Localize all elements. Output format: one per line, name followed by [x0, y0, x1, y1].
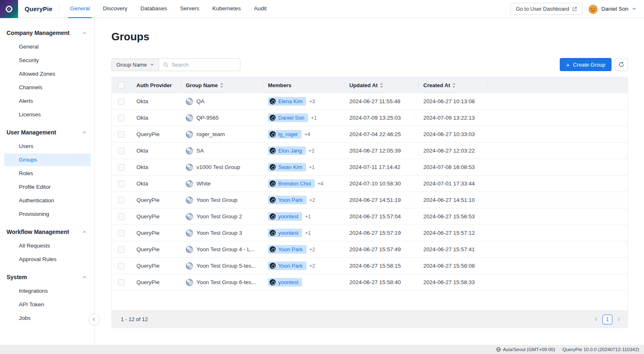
cell-members: Yoon Park +2 — [263, 245, 344, 254]
cell-members: Swan Kim +1 — [263, 163, 344, 171]
table-row[interactable]: QueryPie Yoon Test Group 3 yoontest +1 2… — [112, 224, 628, 241]
member-chip[interactable]: yoontest — [268, 278, 302, 287]
member-chip[interactable]: Yoon Park — [268, 261, 307, 270]
extra-members-count: +4 — [305, 132, 310, 137]
group-avatar-icon — [186, 213, 193, 220]
previous-page-button[interactable] — [594, 317, 598, 322]
row-checkbox[interactable] — [118, 197, 125, 204]
sidebar-item-roles[interactable]: Roles — [4, 167, 91, 180]
table-row[interactable]: Okta SA Elon Jang +2 2024-06-27 12:05:39… — [112, 142, 628, 159]
member-chip[interactable]: Elon Jang — [268, 146, 306, 155]
extra-members-count: +1 — [309, 164, 315, 170]
cell-created-at: 2024-07-09 13:22:13 — [418, 115, 487, 121]
sidebar-item-profile-editor[interactable]: Profile Editor — [4, 180, 91, 193]
cell-auth-provider: QueryPie — [132, 213, 181, 220]
sidebar-item-alerts[interactable]: Alerts — [4, 95, 91, 107]
cell-updated-at: 2024-06-27 15:58:40 — [344, 279, 418, 285]
sidebar-item-jobs[interactable]: Jobs — [4, 312, 91, 324]
member-chip[interactable]: Yoon Park — [268, 196, 307, 204]
member-chip[interactable]: yoontest — [268, 212, 302, 221]
sidebar-item-authentication[interactable]: Authentication — [4, 194, 91, 207]
create-group-button[interactable]: + Create Group — [560, 58, 612, 71]
page-number-button[interactable]: 1 — [602, 315, 612, 324]
search-field-label: Group Name — [116, 62, 147, 68]
chevron-right-icon — [616, 317, 621, 322]
top-nav-tab-servers[interactable]: Servers — [178, 0, 201, 18]
column-header-created-at[interactable]: Created At — [418, 82, 487, 88]
table-row[interactable]: QueryPie Yoon Test Group 2 yoontest +1 2… — [112, 208, 628, 224]
sidebar-item-groups[interactable]: Groups — [4, 153, 91, 166]
sidebar-item-allowed-zones[interactable]: Allowed Zones — [4, 67, 91, 80]
sidebar-item-users[interactable]: Users — [4, 140, 91, 153]
row-checkbox[interactable] — [118, 131, 125, 138]
member-chip[interactable]: Swan Kim — [268, 163, 306, 171]
member-chip[interactable]: Elena Kim — [268, 97, 306, 106]
top-nav-tab-discovery[interactable]: Discovery — [102, 0, 129, 18]
go-to-user-dashboard-button[interactable]: Go to User Dashboard — [510, 3, 582, 15]
table-row[interactable]: Okta QA Elena Kim +3 2024-06-27 11:55:48… — [112, 93, 628, 109]
member-chip[interactable]: yoontest — [268, 229, 302, 237]
row-checkbox[interactable] — [118, 180, 125, 187]
sidebar-item-general[interactable]: General — [4, 40, 91, 53]
row-checkbox[interactable] — [118, 98, 125, 105]
column-header-group-name[interactable]: Group Name — [181, 82, 263, 88]
sidebar-section-title[interactable]: User Management — [0, 127, 94, 140]
select-all-checkbox[interactable] — [118, 82, 125, 88]
cell-auth-provider: Okta — [132, 115, 181, 121]
sidebar-item-approval-rules[interactable]: Approval Rules — [4, 253, 91, 266]
row-checkbox[interactable] — [118, 246, 125, 253]
next-page-button[interactable] — [616, 317, 621, 322]
sidebar-item-security[interactable]: Security — [4, 54, 91, 67]
top-nav-tab-kubernetes[interactable]: Kubernetes — [211, 0, 242, 18]
row-checkbox[interactable] — [118, 148, 125, 154]
sidebar-item-integrations[interactable]: Integrations — [4, 285, 91, 297]
querypie-logo-icon[interactable] — [0, 0, 18, 18]
member-avatar-icon — [270, 164, 276, 170]
table-row[interactable]: QueryPie Yoon Test Group Yoon Park +2 20… — [112, 192, 628, 208]
sidebar-item-channels[interactable]: Channels — [4, 81, 91, 94]
row-checkbox[interactable] — [118, 213, 125, 220]
cell-group-name: Yoon Test Group 4 - L... — [181, 246, 263, 253]
member-chip[interactable]: Yoon Park — [268, 245, 307, 254]
sidebar-item-api-token[interactable]: API Token — [4, 298, 91, 311]
row-checkbox[interactable] — [118, 115, 125, 121]
sidebar-item-all-requests[interactable]: All Requests — [4, 239, 91, 252]
cell-created-at: 2024-06-27 15:57:41 — [418, 246, 487, 252]
row-checkbox[interactable] — [118, 164, 125, 171]
table-row[interactable]: Okta White Brendon Choi +4 2024-07-10 10… — [112, 175, 628, 192]
table-row[interactable]: QueryPie Yoon Test Group 4 - L... Yoon P… — [112, 241, 628, 257]
top-nav-tab-audit[interactable]: Audit — [252, 0, 268, 18]
row-checkbox[interactable] — [118, 279, 125, 286]
group-avatar-icon — [186, 197, 193, 204]
cell-members: Yoon Park +2 — [263, 261, 344, 270]
sidebar-item-licenses[interactable]: Licenses — [4, 108, 91, 121]
cell-auth-provider: Okta — [132, 148, 181, 154]
row-checkbox[interactable] — [118, 230, 125, 236]
member-chip[interactable]: lg_roger — [268, 130, 302, 139]
sidebar-collapse-button[interactable] — [88, 314, 100, 325]
row-checkbox[interactable] — [118, 263, 125, 269]
member-chip[interactable]: Brendon Choi — [268, 179, 315, 188]
sidebar-section-title[interactable]: System — [0, 271, 94, 285]
group-avatar-icon — [186, 114, 193, 122]
sidebar-section-title[interactable]: Workflow Management — [0, 226, 94, 239]
group-avatar-icon — [186, 279, 193, 286]
table-row[interactable]: QueryPie roger_team lg_roger +4 2024-07-… — [112, 126, 628, 142]
user-menu[interactable]: Daniel Son — [588, 4, 637, 14]
column-header-updated-at[interactable]: Updated At — [344, 82, 418, 88]
table-row[interactable]: Okta QP-9565 Daniel Son +1 2024-07-09 13… — [112, 109, 628, 126]
search-input[interactable] — [171, 62, 236, 68]
column-header-auth-provider: Auth Provider — [132, 82, 181, 88]
cell-updated-at: 2024-06-27 15:57:04 — [344, 213, 418, 220]
member-chip[interactable]: Daniel Son — [268, 113, 308, 122]
top-nav-tab-general[interactable]: General — [68, 0, 91, 18]
top-nav-tab-databases[interactable]: Databases — [139, 0, 169, 18]
search-field-selector[interactable]: Group Name — [111, 58, 159, 71]
sidebar-section-title[interactable]: Company Management — [0, 27, 94, 40]
table-row[interactable]: QueryPie Yoon Test Group 6-tes... yoonte… — [112, 274, 628, 290]
timezone-indicator[interactable]: Asia/Seoul (GMT+09:00) — [496, 347, 555, 352]
sidebar-item-provisioning[interactable]: Provisioning — [4, 208, 91, 220]
table-row[interactable]: QueryPie Yoon Test Group 5-tes... Yoon P… — [112, 257, 628, 274]
refresh-button[interactable] — [615, 58, 628, 71]
table-row[interactable]: Okta v1000 Test Group Swan Kim +1 2024-0… — [112, 159, 628, 175]
